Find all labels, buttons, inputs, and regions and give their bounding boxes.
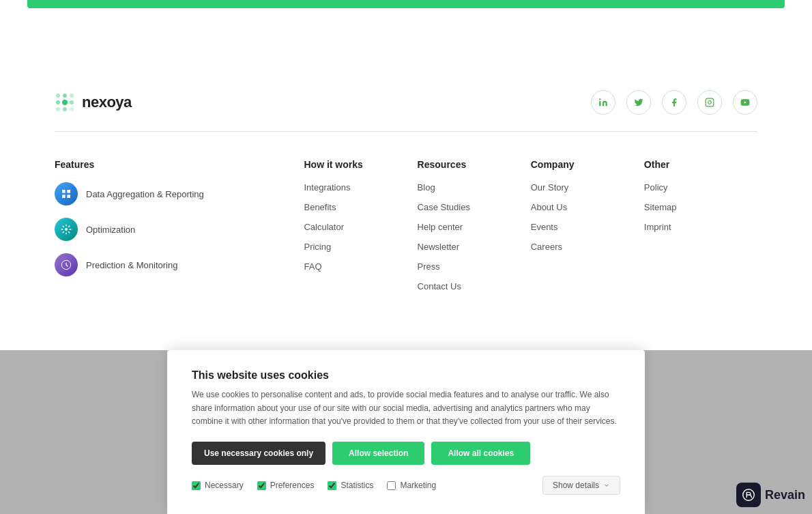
optimization-icon <box>55 218 78 241</box>
social-icons <box>591 90 757 115</box>
feature-label-optimization: Optimization <box>86 225 135 235</box>
facebook-icon[interactable] <box>662 90 686 115</box>
link-faq[interactable]: FAQ <box>304 261 417 272</box>
link-careers[interactable]: Careers <box>531 242 644 252</box>
feature-label-prediction: Prediction & Monitoring <box>86 260 177 270</box>
feature-item-data-aggregation: Data Aggregation & Reporting <box>55 182 304 205</box>
link-blog[interactable]: Blog <box>418 182 531 192</box>
company-column: Company Our Story About Us Events Career… <box>531 159 644 301</box>
link-help-center[interactable]: Help center <box>418 222 531 232</box>
link-newsletter[interactable]: Newsletter <box>418 242 531 252</box>
logo-text: nexoya <box>82 94 132 111</box>
features-column: Features Data Aggregation & Reporting Op… <box>55 159 304 301</box>
svg-point-4 <box>62 100 68 105</box>
svg-point-6 <box>56 107 60 111</box>
link-our-story[interactable]: Our Story <box>531 182 644 192</box>
linkedin-icon[interactable] <box>591 90 615 115</box>
feature-label-data-aggregation: Data Aggregation & Reporting <box>86 189 204 199</box>
svg-point-7 <box>63 107 67 111</box>
svg-rect-16 <box>67 195 70 198</box>
svg-point-8 <box>70 107 74 111</box>
instagram-icon[interactable] <box>697 90 722 115</box>
svg-point-5 <box>70 100 74 104</box>
svg-point-2 <box>70 94 74 98</box>
link-case-studies[interactable]: Case Studies <box>418 202 531 212</box>
svg-point-3 <box>56 100 60 104</box>
link-press[interactable]: Press <box>418 261 531 272</box>
link-contact-us[interactable]: Contact Us <box>418 281 531 291</box>
svg-point-1 <box>63 94 67 98</box>
logo-icon <box>55 92 75 113</box>
footer: nexoya Features <box>0 63 812 342</box>
svg-rect-15 <box>62 195 66 198</box>
svg-rect-14 <box>67 190 70 193</box>
twitter-icon[interactable] <box>626 90 651 115</box>
other-title: Other <box>644 159 757 170</box>
top-bar <box>27 0 785 8</box>
svg-point-9 <box>599 98 600 100</box>
link-policy[interactable]: Policy <box>644 182 757 192</box>
feature-item-prediction: Prediction & Monitoring <box>55 253 304 276</box>
youtube-icon[interactable] <box>733 90 757 115</box>
features-title: Features <box>55 159 304 170</box>
footer-columns: Features Data Aggregation & Reporting Op… <box>55 159 757 301</box>
resources-title: Resources <box>418 159 531 170</box>
resources-column: Resources Blog Case Studies Help center … <box>418 159 531 301</box>
link-events[interactable]: Events <box>531 222 644 232</box>
feature-item-optimization: Optimization <box>55 218 304 241</box>
svg-rect-10 <box>706 98 714 106</box>
svg-point-17 <box>65 228 68 231</box>
link-sitemap[interactable]: Sitemap <box>644 202 757 212</box>
link-integrations[interactable]: Integrations <box>304 182 417 192</box>
link-calculator[interactable]: Calculator <box>304 222 417 232</box>
data-aggregation-icon <box>55 182 78 205</box>
link-imprint[interactable]: Imprint <box>644 222 757 232</box>
prediction-icon <box>55 253 78 276</box>
how-it-works-column: How it works Integrations Benefits Calcu… <box>304 159 417 301</box>
top-spacer <box>0 8 812 63</box>
company-title: Company <box>531 159 644 170</box>
footer-logo-row: nexoya <box>55 90 757 132</box>
link-pricing[interactable]: Pricing <box>304 242 417 252</box>
logo-area: nexoya <box>55 92 132 113</box>
svg-point-0 <box>56 94 60 98</box>
link-about-us[interactable]: About Us <box>531 202 644 212</box>
svg-rect-13 <box>62 190 66 193</box>
other-column: Other Policy Sitemap Imprint <box>644 159 757 301</box>
how-it-works-title: How it works <box>304 159 417 170</box>
link-benefits[interactable]: Benefits <box>304 202 417 212</box>
